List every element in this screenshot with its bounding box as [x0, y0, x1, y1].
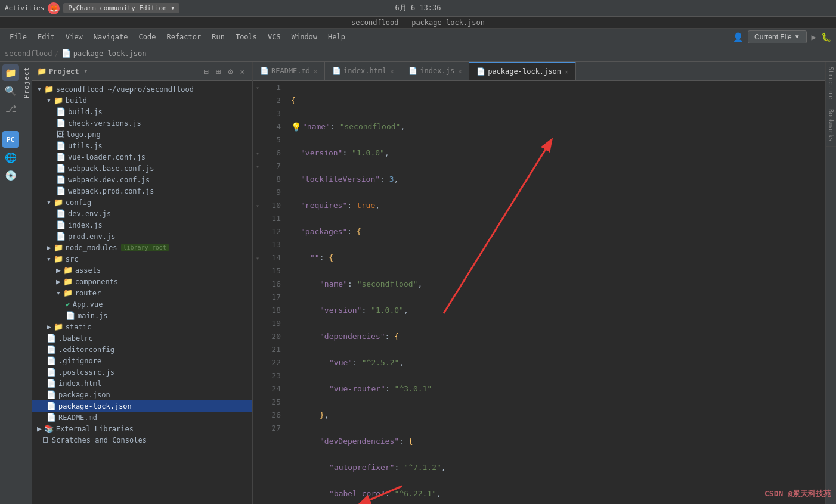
- tree-webpack-base[interactable]: 📄 webpack.base.conf.js: [32, 163, 252, 174]
- tree-gitignore[interactable]: 📄 .gitignore: [32, 355, 252, 366]
- static-arrow-icon: ▶: [47, 322, 51, 331]
- menu-refactor[interactable]: Refactor: [162, 30, 206, 43]
- gitignore-label: .gitignore: [58, 357, 101, 365]
- tab-package-lock-close[interactable]: ✕: [565, 69, 568, 75]
- utils-js-icon: 📄: [56, 141, 66, 150]
- fold-7[interactable]: ▾: [253, 160, 262, 173]
- router-label: router: [75, 289, 101, 297]
- code-content[interactable]: { 💡"name": "secondflood", "version": "1.…: [286, 81, 825, 504]
- tree-static[interactable]: ▶ 📁 static: [32, 321, 252, 332]
- tree-utils-js[interactable]: 📄 utils.js: [32, 140, 252, 151]
- fold-10[interactable]: ▾: [253, 199, 262, 212]
- tree-postcssrc[interactable]: 📄 .postcssrc.js: [32, 366, 252, 378]
- tree-dev-env[interactable]: 📄 dev.env.js: [32, 208, 252, 219]
- fold-1[interactable]: ▾: [253, 81, 262, 94]
- check-versions-label: check-versions.js: [68, 119, 141, 127]
- expand-icon[interactable]: ⊞: [213, 66, 223, 77]
- close-sidebar-icon[interactable]: ✕: [238, 66, 247, 77]
- build-folder-icon: 📁: [54, 96, 63, 105]
- tab-readme-close[interactable]: ✕: [314, 68, 317, 74]
- breadcrumb: secondflood / 📄 package-lock.json: [5, 49, 147, 58]
- fold-gutter: ▾ ▾ ▾ ▾ ▾: [253, 81, 262, 504]
- tree-router-folder[interactable]: ▾ 📁 router: [32, 287, 252, 298]
- tree-src-folder[interactable]: ▾ 📁 src: [32, 253, 252, 265]
- readme-md-icon: 📄: [47, 413, 56, 422]
- tree-package-lock-json[interactable]: 📄 package-lock.json: [32, 400, 252, 412]
- activity-folder-icon[interactable]: 📁: [2, 64, 19, 81]
- menu-window[interactable]: Window: [287, 30, 322, 43]
- tree-vue-loader[interactable]: 📄 vue-loader.conf.js: [32, 151, 252, 163]
- menu-file[interactable]: File: [5, 30, 32, 43]
- current-file-button[interactable]: Current File ▼: [748, 30, 807, 43]
- tab-index-html-close[interactable]: ✕: [390, 68, 394, 74]
- tree-components[interactable]: ▶ 📁 components: [32, 276, 252, 287]
- activity-disc-icon[interactable]: 💿: [2, 167, 19, 183]
- collapse-all-icon[interactable]: ⊟: [201, 66, 210, 77]
- tree-babelrc[interactable]: 📄 .babelrc: [32, 332, 252, 344]
- tree-logo-png[interactable]: 🖼 logo.png: [32, 129, 252, 140]
- code-line-8: "name": "secondflood",: [291, 278, 820, 291]
- tab-index-html[interactable]: 📄 index.html ✕: [325, 62, 401, 80]
- tab-readme[interactable]: 📄 README.md ✕: [253, 62, 325, 80]
- tree-app-vue[interactable]: ✔ App.vue: [32, 298, 252, 310]
- os-bar: Activities 🦊 PyCharm community Edition ▾…: [0, 0, 836, 17]
- menu-help[interactable]: Help: [323, 30, 350, 43]
- settings-gear-icon[interactable]: ⚙: [225, 66, 235, 77]
- index-html-icon: 📄: [47, 379, 56, 388]
- code-line-6: "packages": {: [291, 225, 820, 238]
- structure-tab[interactable]: Structure: [826, 62, 836, 104]
- tree-build-js[interactable]: 📄 build.js: [32, 106, 252, 117]
- prod-env-icon: 📄: [56, 232, 66, 241]
- activity-git-icon[interactable]: ⎇: [2, 100, 19, 117]
- project-dropdown-icon[interactable]: ▾: [84, 67, 88, 75]
- fold-14[interactable]: ▾: [253, 251, 262, 265]
- scratches-icon: 🗒: [42, 435, 49, 444]
- tree-index-html[interactable]: 📄 index.html: [32, 378, 252, 389]
- tab-readme-icon: 📄: [260, 67, 269, 75]
- external-libs-label: External Libraries: [56, 425, 134, 433]
- code-line-9: "version": "1.0.0",: [291, 304, 820, 317]
- tree-package-json[interactable]: 📄 package.json: [32, 389, 252, 400]
- tree-webpack-prod[interactable]: 📄 webpack.prod.conf.js: [32, 185, 252, 197]
- tree-prod-env[interactable]: 📄 prod.env.js: [32, 231, 252, 242]
- pycharm-icon[interactable]: PC: [2, 131, 19, 148]
- tree-root-secondflood[interactable]: ▾ 📁 secondflood ~/vuepro/secondflood: [32, 83, 252, 95]
- fold-6[interactable]: ▾: [253, 147, 262, 160]
- menu-vcs[interactable]: VCS: [263, 30, 286, 43]
- components-arrow-icon: ▶: [56, 277, 61, 286]
- tree-readme-md[interactable]: 📄 README.md: [32, 412, 252, 423]
- menu-edit[interactable]: Edit: [33, 30, 60, 43]
- menu-code[interactable]: Code: [134, 30, 161, 43]
- activity-chrome-icon[interactable]: 🌐: [2, 149, 19, 166]
- tree-editorconfig[interactable]: 📄 .editorconfig: [32, 344, 252, 355]
- menu-navigate[interactable]: Navigate: [89, 30, 133, 43]
- tree-external-libraries[interactable]: ▶ 📚 External Libraries: [32, 423, 252, 434]
- tree-config-index[interactable]: 📄 index.js: [32, 219, 252, 231]
- activity-search-icon[interactable]: 🔍: [2, 82, 19, 99]
- csdn-watermark: CSDN @景天科技苑: [764, 489, 831, 499]
- tree-config-folder[interactable]: ▾ 📁 config: [32, 197, 252, 208]
- tab-index-js[interactable]: 📄 index.js ✕: [401, 62, 469, 80]
- menu-run[interactable]: Run: [207, 30, 230, 43]
- tab-index-js-close[interactable]: ✕: [458, 68, 462, 74]
- code-editor[interactable]: ▾ ▾ ▾ ▾ ▾: [253, 81, 825, 504]
- tree-check-versions[interactable]: 📄 check-versions.js: [32, 117, 252, 129]
- package-lock-json-icon: 📄: [47, 402, 56, 410]
- breadcrumb-project: secondflood: [5, 49, 52, 58]
- tree-assets[interactable]: ▶ 📁 assets: [32, 265, 252, 276]
- tree-main-js[interactable]: 📄 main.js: [32, 310, 252, 321]
- tab-package-lock[interactable]: 📄 package-lock.json ✕: [469, 62, 576, 80]
- code-line-16: "babel-core": "^6.22.1",: [291, 487, 820, 500]
- project-tab[interactable]: Project: [21, 62, 32, 504]
- tree-scratches[interactable]: 🗒 Scratches and Consoles: [32, 434, 252, 446]
- tree-node-modules[interactable]: ▶ 📁 node_modules library root: [32, 242, 252, 253]
- tree-build-folder[interactable]: ▾ 📁 build: [32, 95, 252, 106]
- tree-webpack-dev[interactable]: 📄 webpack.dev.conf.js: [32, 174, 252, 185]
- external-libs-arrow-icon: ▶: [37, 424, 42, 433]
- utils-js-label: utils.js: [68, 142, 103, 150]
- vue-loader-label: vue-loader.conf.js: [68, 153, 145, 161]
- menu-view[interactable]: View: [61, 30, 88, 43]
- editor-area: 📄 README.md ✕ 📄 index.html ✕ 📄 index.js …: [253, 62, 825, 504]
- bookmarks-tab[interactable]: Bookmarks: [826, 104, 836, 147]
- menu-tools[interactable]: Tools: [231, 30, 262, 43]
